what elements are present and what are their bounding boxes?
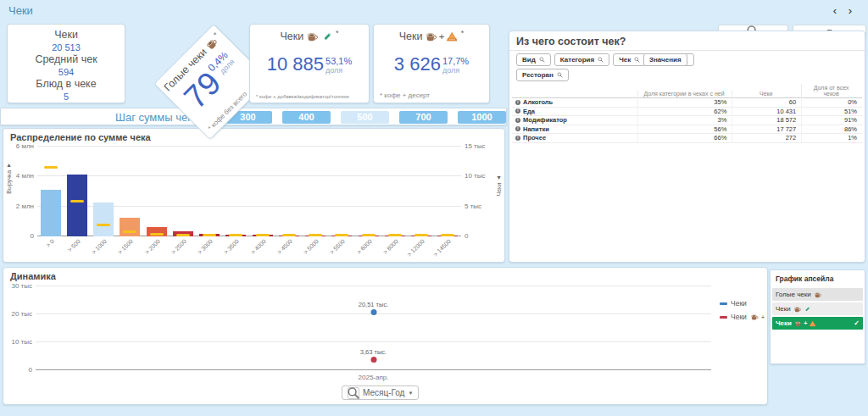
revenue-bar[interactable]: [120, 218, 140, 236]
step-button-1000[interactable]: 1000: [458, 111, 506, 124]
info-icon[interactable]: i: [515, 118, 520, 123]
kpi-share: 53,1%: [326, 56, 352, 66]
checks-cell: 17 727: [732, 125, 801, 134]
search-icon: [634, 57, 640, 63]
kpi-value: 3 62617,7%доля: [374, 54, 489, 75]
checks-marker[interactable]: [176, 234, 190, 236]
filter-chip-1[interactable]: Категория: [554, 53, 609, 66]
prev-sheet-button[interactable]: ‹: [829, 4, 841, 17]
tube-icon: [321, 31, 333, 42]
distribution-x-labels: > 0> 500> 1000> 1500> 2000> 2500> 3000> …: [37, 238, 461, 262]
revenue-bar[interactable]: [67, 175, 87, 236]
info-icon[interactable]: i: [515, 126, 520, 131]
step-button-500[interactable]: 500: [341, 111, 389, 124]
left-axis-tick: 4 млн: [16, 172, 34, 180]
values-button[interactable]: Значения: [643, 53, 687, 66]
kpi-title: Чеки+*: [374, 31, 489, 42]
sheet-navigation: ‹ ›: [829, 4, 856, 17]
dashboard: Чеки ‹ › Чеки20 513Средний чек594Блюд в …: [0, 0, 868, 416]
x-axis-tick: > 0: [3, 238, 55, 263]
checks-marker[interactable]: [203, 234, 216, 236]
dynamics-chart-title: Динамика: [10, 271, 56, 281]
right-axis-tick: 10 тыс: [465, 172, 486, 180]
checks-marker[interactable]: [282, 234, 296, 236]
upsell-item-2[interactable]: Чеки+✓: [772, 317, 863, 330]
legend-marker: [720, 316, 727, 319]
plus-glyph: +: [439, 31, 445, 42]
revenue-bar[interactable]: [41, 190, 61, 236]
checks-cell: 18 572: [732, 115, 801, 125]
checks-marker[interactable]: [309, 234, 322, 236]
info-icon[interactable]: i: [515, 100, 520, 105]
category-name: Модификатор: [523, 116, 567, 124]
kpi-card-1: Чеки*10 88553,1%доля* кофе + добавка/мод…: [249, 24, 370, 103]
checks-marker[interactable]: [97, 224, 110, 226]
checks-marker[interactable]: [150, 233, 164, 236]
checks-marker[interactable]: [123, 230, 136, 233]
legend-item-0[interactable]: Чеки: [720, 299, 768, 308]
checks-marker[interactable]: [44, 166, 58, 169]
distribution-chart-title: Распределение по сумме чека: [10, 132, 151, 142]
dynamics-x-tick: 2025-апр.: [36, 374, 711, 381]
category-share-cell: 56%: [637, 125, 732, 134]
tube-icon: [804, 306, 811, 313]
total-share-cell: 91%: [801, 115, 862, 125]
category-share-cell: 62%: [637, 107, 732, 116]
info-icon[interactable]: i: [515, 136, 520, 141]
sort-icon: ▼: [6, 163, 12, 169]
cake-icon: [809, 320, 816, 327]
data-point-1[interactable]: [370, 357, 376, 363]
table-body: iАлкоголь35%600%iЕда62%10 43151%iМодифик…: [512, 98, 862, 143]
checks-cell: 60: [732, 97, 801, 107]
left-axis-tick: 0: [31, 232, 34, 240]
cake-icon: [446, 31, 458, 42]
caret-down-icon: ▼: [408, 391, 413, 396]
checks-marker[interactable]: [229, 234, 242, 236]
composition-title: Из чего состоит чек?: [516, 36, 626, 47]
data-point-0[interactable]: [370, 309, 376, 315]
step-button-700[interactable]: 700: [399, 111, 448, 124]
upsell-item-label: Чеки: [776, 319, 792, 327]
info-icon[interactable]: i: [515, 108, 520, 114]
right-axis-label: Чеки ▲: [496, 175, 502, 196]
y-axis-tick: 30 тыс: [11, 282, 32, 290]
filter-chip-4[interactable]: Ресторан: [516, 69, 569, 81]
filter-chip-label: Вид: [522, 56, 536, 64]
step-selector: Шаг суммы чека 3004005007001000: [0, 108, 507, 125]
distribution-plot: 02 млн4 млн6 млн05 тыс10 тыс15 тыс: [37, 147, 461, 236]
filter-chip-row: Ресторан: [516, 69, 569, 81]
summary-value: 20 513: [8, 42, 125, 53]
dropdown-search-box[interactable]: [348, 387, 359, 399]
search-icon: [346, 386, 361, 400]
checks-cell: 10 431: [732, 107, 801, 116]
table-header-0: Доля категории в чеках с ней: [637, 90, 732, 97]
checks-marker[interactable]: [441, 234, 454, 236]
checks-marker[interactable]: [335, 234, 348, 236]
gridline: [37, 175, 461, 176]
step-button-400[interactable]: 400: [282, 111, 331, 124]
checks-marker[interactable]: [70, 200, 84, 202]
table-row[interactable]: iПрочее66%2721%: [512, 134, 862, 143]
upsell-item-1[interactable]: Чеки: [772, 302, 863, 315]
footnote-marker: *: [461, 29, 465, 37]
upsell-item-0[interactable]: Голые чеки: [772, 288, 863, 301]
checks-marker[interactable]: [362, 234, 376, 236]
checks-marker[interactable]: [388, 234, 402, 236]
summary-kpi-card: Чеки20 513Средний чек594Блюд в чеке5: [7, 24, 125, 103]
kpi-value: 10 88553,1%доля: [250, 54, 369, 75]
checks-marker[interactable]: [415, 234, 428, 236]
period-dropdown-label: Месяц-Год: [363, 388, 404, 397]
dynamics-legend: ЧекиЧеки+: [720, 299, 768, 321]
filter-chip-2[interactable]: Чек: [613, 53, 646, 66]
period-dropdown[interactable]: Месяц-Год ▼: [342, 385, 419, 400]
checks-marker[interactable]: [256, 234, 270, 236]
category-name: Прочее: [523, 134, 546, 141]
legend-item-1[interactable]: Чеки+: [720, 313, 768, 321]
coffee-icon: [425, 31, 437, 42]
coffee-icon: [794, 320, 802, 327]
revenue-bar[interactable]: [93, 202, 114, 236]
filter-chip-0[interactable]: Вид: [516, 53, 551, 66]
next-sheet-button[interactable]: ›: [844, 4, 856, 17]
kpi-card-2: Чеки+*3 62617,7%доля* кофе + десерт: [373, 24, 490, 103]
filter-chip-label: Ресторан: [522, 71, 554, 79]
